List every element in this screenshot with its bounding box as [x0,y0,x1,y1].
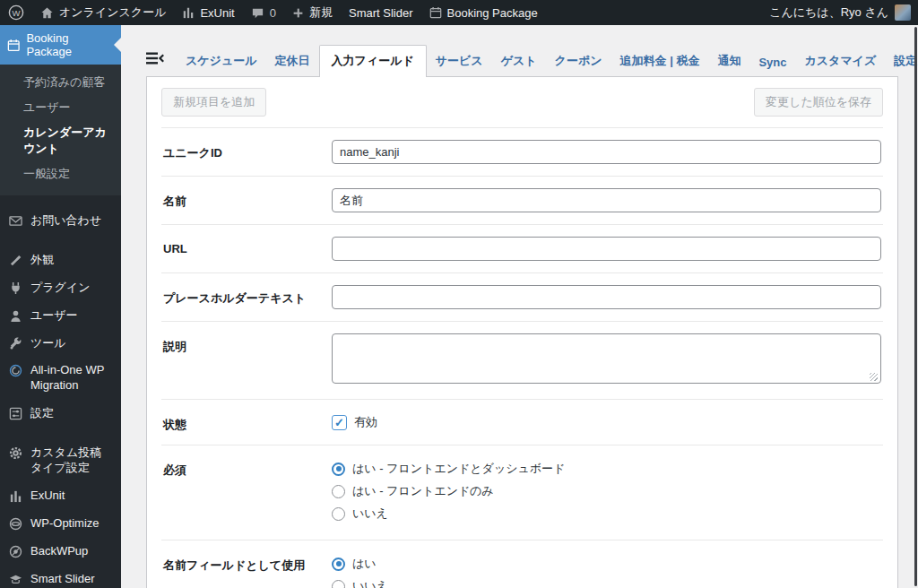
sidebar-item-custom-post-type-settings[interactable]: カスタム投稿タイプ設定 [0,439,121,482]
sidebar-item-appearance[interactable]: 外観 [0,246,121,274]
tab-sync[interactable]: Sync [749,48,795,76]
admin-bar: W オンラインスクール ExUnit 0 新規 Smart Slider [0,0,918,25]
sidebar-item-tools[interactable]: ツール [0,330,121,358]
status-label: 状態 [163,411,332,433]
tab-guests[interactable]: ゲスト [492,46,546,76]
comment-count: 0 [270,6,276,20]
use-as-name-option-label: はい [352,556,377,572]
sidebar-item-all-in-one-wp-migration[interactable]: All-in-One WP Migration [0,357,121,400]
site-name-label: オンラインスクール [59,4,166,21]
placeholder-input[interactable] [332,285,881,309]
booking-package-label: Booking Package [26,31,114,58]
sidebar-item-label: Smart Slider [30,572,113,587]
booking-package-label: Booking Package [447,6,538,20]
required-option-radio-frontend-dashboard[interactable] [332,463,345,476]
comment-bubble-icon [251,6,264,20]
sidebar-item-label: 設定 [30,406,113,421]
exunit-menu[interactable]: ExUnit [174,0,242,25]
wp-logo-menu[interactable]: W [0,0,32,25]
sidebar-item-backwpup[interactable]: BackWPup [0,538,121,566]
name-row: 名前 [161,177,883,225]
tab-notifications[interactable]: 通知 [708,46,749,76]
sidebar-item-wp-optimize[interactable]: WP-Optimize [0,510,121,538]
backwpup-icon [8,544,22,558]
exunit-icon [8,489,22,503]
sidebar-item-label: カスタム投稿タイプ設定 [30,445,113,476]
required-option-label: はい - フロントエンドとダッシュボード [352,461,565,477]
menu-toggle-icon[interactable] [146,51,164,69]
sidebar-item-label: プラグイン [30,281,113,296]
tab-extra-fees-tax[interactable]: 追加料金 | 税金 [611,46,709,76]
brush-icon [8,253,22,267]
envelope-icon [8,213,22,228]
use-as-name-radio-no[interactable] [332,580,345,588]
tab-holidays[interactable]: 定休日 [266,46,319,76]
field-editor-form: ユニークID 名前 URL プレースホルダーテキスト [161,127,883,588]
svg-text:W: W [13,8,21,18]
sidebar-item-contact[interactable]: お問い合わせ [0,207,121,235]
tab-settings[interactable]: 設定 [885,46,918,76]
required-option-radio-no[interactable] [332,507,345,521]
use-as-name-option-label: いいえ [352,578,388,588]
new-content-menu[interactable]: 新規 [284,0,341,25]
wp-optimize-icon [8,516,22,531]
booking-package-menu[interactable]: Booking Package [421,0,546,25]
sidebar-item-label: ExUnit [30,489,113,504]
site-name-link[interactable]: オンラインスクール [32,0,174,25]
tab-input-fields[interactable]: 入力フィールド [319,45,427,77]
wordpress-icon: W [8,4,24,21]
tab-coupons[interactable]: クーポン [546,46,611,76]
admin-sidebar: Booking Package 予約済みの顧客 ユーザー カレンダーアカウント … [0,25,121,588]
calendar-icon [429,6,442,19]
main-content: スケジュール 定休日 入力フィールド サービス ゲスト クーポン 追加料金 | … [121,25,918,588]
sidebar-item-smart-slider[interactable]: Smart Slider [0,566,121,588]
tab-services[interactable]: サービス [427,46,492,76]
unique-id-input[interactable] [332,140,881,164]
gear-icon [8,445,22,460]
url-input[interactable] [332,237,881,261]
submenu-item-general-settings[interactable]: 一般設定 [0,161,121,186]
status-enabled-checkbox[interactable] [332,415,347,430]
sidebar-item-plugins[interactable]: プラグイン [0,274,121,302]
exunit-label: ExUnit [200,6,234,20]
settings-panel-icon [8,406,22,420]
unique-id-row: ユニークID [161,128,883,177]
sidebar-item-label: BackWPup [30,544,113,559]
use-as-name-row: 名前フィールドとして使用 はい いいえ [161,540,883,588]
comments-menu[interactable]: 0 [243,0,284,25]
calendar-icon [7,39,20,52]
home-icon [40,6,54,20]
sidebar-item-booking-package[interactable]: Booking Package [0,25,121,65]
required-option-radio-frontend-only[interactable] [332,485,345,498]
smart-slider-menu[interactable]: Smart Slider [341,0,421,25]
resize-handle-icon[interactable] [870,373,878,381]
submenu-item-reserved-customers[interactable]: 予約済みの顧客 [0,70,121,95]
tab-schedule[interactable]: スケジュール [177,46,266,76]
sidebar-item-label: お問い合わせ [30,213,113,229]
save-changed-order-button[interactable]: 変更した順位を保存 [754,88,883,117]
wrench-icon [8,336,22,350]
add-new-item-button[interactable]: 新規項目を追加 [161,88,266,117]
booking-package-submenu: 予約済みの顧客 ユーザー カレンダーアカウント 一般設定 [0,65,121,195]
unique-id-label: ユニークID [163,140,332,164]
howdy-greeting[interactable]: こんにちは、Ryo さん [769,4,888,21]
required-label: 必須 [163,457,332,528]
sidebar-item-settings[interactable]: 設定 [0,400,121,428]
submenu-item-users[interactable]: ユーザー [0,95,121,120]
status-enabled-label: 有効 [354,414,377,430]
scrollbar[interactable] [914,27,917,586]
name-input[interactable] [332,188,881,212]
sidebar-item-exunit[interactable]: ExUnit [0,482,121,510]
description-textarea[interactable] [332,333,881,384]
placeholder-label: プレースホルダーテキスト [163,285,332,309]
tab-customize[interactable]: カスタマイズ [795,46,885,76]
new-label: 新規 [309,4,333,21]
status-row: 状態 有効 [161,400,883,445]
sidebar-item-users[interactable]: ユーザー [0,302,121,330]
description-label: 説明 [163,333,332,387]
url-row: URL [161,225,883,273]
user-avatar[interactable] [895,4,911,21]
use-as-name-radio-yes[interactable] [332,558,345,571]
submenu-item-calendar-accounts[interactable]: カレンダーアカウント [0,120,121,161]
exunit-icon [182,6,195,19]
